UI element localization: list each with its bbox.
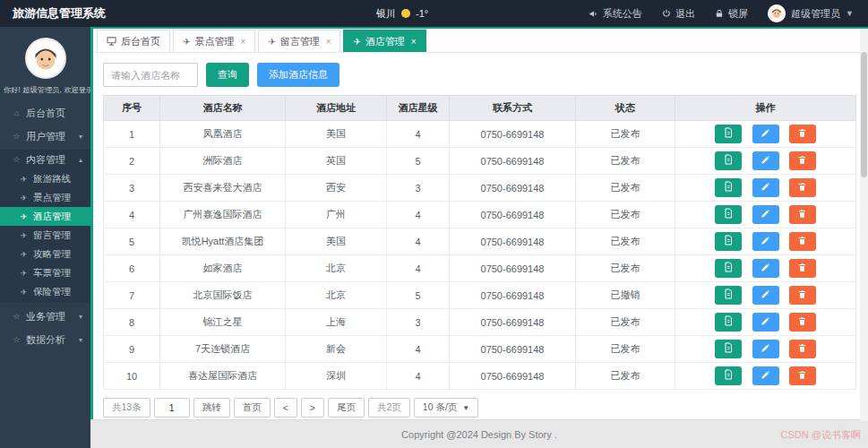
document-icon [723,181,734,194]
view-button[interactable] [715,125,742,143]
pencil-icon [761,289,770,302]
sun-icon [401,9,410,18]
delete-button[interactable] [789,313,816,332]
sidebar-subitem-label: 景点管理 [33,192,71,204]
sidebar-item-后台首页[interactable]: ⌂后台首页 [0,103,90,123]
tab-景点管理[interactable]: ✈景点管理× [173,30,255,52]
vertical-scrollbar[interactable] [860,29,868,421]
jump-button[interactable]: 跳转 [193,398,230,418]
table-row: 97天连锁酒店新会40750-6699148已发布 [104,336,856,363]
cell-contact: 0750-6699148 [450,336,576,363]
announcement-button[interactable]: 系统公告 [589,7,642,21]
cell-name: 锦江之星 [160,309,286,336]
pencil-icon [761,315,770,329]
edit-button[interactable] [752,178,779,197]
view-button[interactable] [715,232,742,251]
trash-icon [797,289,807,302]
edit-button[interactable] [752,151,779,170]
view-button[interactable] [715,178,742,197]
pencil-icon [761,342,770,356]
delete-button[interactable] [789,232,816,251]
sidebar-item-业务管理[interactable]: ☆业务管理▾ [0,306,90,326]
trash-icon [797,208,807,221]
cell-address: 英国 [286,148,387,175]
logout-button[interactable]: 退出 [662,7,695,21]
tab-后台首页[interactable]: 后台首页 [97,30,170,52]
last-page-button[interactable]: 尾页 [328,398,365,418]
sidebar-item-内容管理[interactable]: ☆内容管理▴ [0,150,90,169]
edit-button[interactable] [752,340,779,358]
prev-page-button[interactable]: < [274,398,297,418]
scrollbar-thumb[interactable] [861,52,867,177]
edit-button[interactable] [752,313,779,332]
sidebar-subitem-label: 攻略管理 [33,248,71,261]
edit-button[interactable] [752,232,779,251]
first-page-button[interactable]: 首页 [234,398,271,418]
delete-button[interactable] [789,259,816,278]
cell-address: 美国 [286,121,387,148]
edit-button[interactable] [752,259,779,278]
folder-icon: ☆ [12,155,21,164]
delete-button[interactable] [789,286,816,305]
sidebar-item-旅游路线[interactable]: ✈旅游路线 [0,169,90,188]
sidebar-item-数据分析[interactable]: ☆数据分析▾ [0,330,90,349]
column-header-酒店名称: 酒店名称 [160,96,286,121]
page-number-input[interactable] [154,398,190,418]
edit-button[interactable] [752,286,779,305]
edit-button[interactable] [752,125,779,143]
cell-contact: 0750-6699148 [450,255,576,282]
edit-button[interactable] [752,366,779,385]
sidebar-item-用户管理[interactable]: ☆用户管理▾ [0,126,90,146]
pencil-icon [761,208,770,221]
next-page-button[interactable]: > [301,398,324,418]
view-button[interactable] [715,313,742,332]
pencil-icon [761,181,770,194]
user-menu[interactable]: 超级管理员 ▼ [768,4,854,22]
power-icon [662,9,671,18]
table-header-row: 序号酒店名称酒店地址酒店星级联系方式状态操作 [104,96,856,121]
close-icon[interactable]: × [411,37,417,47]
sidebar-item-保险管理[interactable]: ✈保险管理 [0,282,90,301]
delete-button[interactable] [789,205,816,224]
sidebar-item-车票管理[interactable]: ✈车票管理 [0,263,90,282]
document-icon [723,208,734,221]
cell-name: 广州嘉逸国际酒店 [160,202,286,228]
cell-operations [675,282,856,309]
close-icon[interactable]: × [240,37,245,47]
username: 超级管理员 [791,7,840,21]
delete-button[interactable] [789,125,816,143]
sidebar-item-留言管理[interactable]: ✈留言管理 [0,226,90,245]
close-icon[interactable]: × [326,37,331,47]
tab-留言管理[interactable]: ✈留言管理× [258,30,340,52]
view-button[interactable] [715,205,742,224]
view-button[interactable] [715,340,742,358]
view-button[interactable] [715,286,742,305]
sidebar-item-攻略管理[interactable]: ✈攻略管理 [0,245,90,263]
speaker-icon [589,9,598,19]
edit-button[interactable] [752,205,779,224]
cell-operations [675,228,856,255]
add-hotel-button[interactable]: 添加酒店信息 [257,63,339,87]
sidebar-greeting: 你好! 超级管理员, 欢迎登录 [4,85,87,96]
view-button[interactable] [715,259,742,278]
plane-icon: ✈ [268,37,275,47]
view-button[interactable] [715,366,742,385]
page-size-select[interactable]: 10 条/页 ▼ [414,398,478,418]
hotel-name-search-input[interactable] [103,63,198,87]
lock-screen-button[interactable]: 锁屏 [715,7,748,21]
plane-icon: ✈ [19,175,29,184]
delete-button[interactable] [789,151,816,170]
cell-contact: 0750-6699148 [450,148,576,175]
plane-icon: ✈ [19,250,29,259]
tab-酒店管理[interactable]: ✈酒店管理× [343,30,425,52]
delete-button[interactable] [789,340,816,358]
sidebar-item-酒店管理[interactable]: ✈酒店管理 [0,207,90,226]
document-icon [723,127,734,141]
search-button[interactable]: 查询 [206,63,249,87]
sidebar-item-景点管理[interactable]: ✈景点管理 [0,188,90,207]
cell-no: 10 [104,363,160,390]
view-button[interactable] [715,151,742,170]
lock-icon [715,9,724,18]
delete-button[interactable] [789,178,816,197]
delete-button[interactable] [789,366,816,385]
